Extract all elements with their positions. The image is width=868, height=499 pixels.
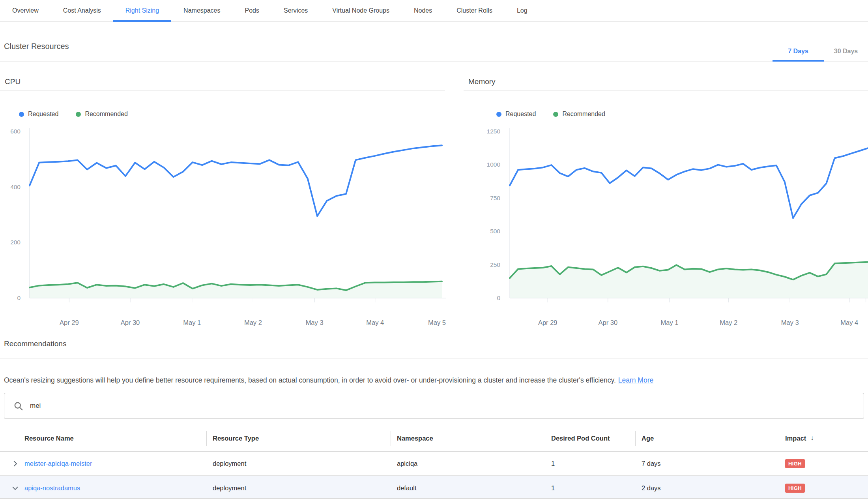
svg-text:1000: 1000 xyxy=(487,161,501,168)
search-icon xyxy=(13,401,24,411)
memory-chart-title: Memory xyxy=(468,77,496,86)
svg-text:0: 0 xyxy=(497,295,500,301)
tab-overview[interactable]: Overview xyxy=(0,0,51,21)
svg-text:0: 0 xyxy=(17,295,21,301)
tab-bar: Overview Cost Analysis Right Sizing Name… xyxy=(0,0,868,22)
memory-legend-recommended[interactable]: Recommended xyxy=(553,111,605,118)
search-input[interactable] xyxy=(29,401,864,410)
resource-search-box xyxy=(4,393,864,419)
chevron-down-icon[interactable] xyxy=(11,484,19,492)
range-7-days-tab[interactable]: 7 Days xyxy=(773,42,824,62)
recommendations-divider xyxy=(0,358,868,359)
svg-text:200: 200 xyxy=(10,239,21,246)
time-range-toggle: 7 Days 30 Days xyxy=(773,42,868,62)
memory-legend-requested[interactable]: Requested xyxy=(496,111,536,118)
svg-text:500: 500 xyxy=(490,228,500,234)
namespace-cell: default xyxy=(391,484,545,492)
memory-line-chart: 025050075010001250Apr 29Apr 30May 1May 2… xyxy=(464,126,868,334)
recommendations-description: Ocean's resizing suggestions will help y… xyxy=(4,376,860,385)
age-cell: 7 days xyxy=(635,460,779,467)
memory-chart-legend: Requested Recommended xyxy=(496,111,605,118)
right-sizing-page: Overview Cost Analysis Right Sizing Name… xyxy=(0,0,868,499)
svg-text:May 1: May 1 xyxy=(183,319,201,326)
svg-text:600: 600 xyxy=(10,128,21,135)
svg-text:May 3: May 3 xyxy=(306,319,324,326)
cpu-legend-recommended[interactable]: Recommended xyxy=(76,111,128,118)
age-cell: 2 days xyxy=(635,484,779,492)
chevron-right-icon[interactable] xyxy=(11,460,19,468)
sort-descending-icon[interactable]: ↓ xyxy=(810,434,814,442)
cpu-line-chart: 0200400600Apr 29Apr 30May 1May 2May 3May… xyxy=(0,126,446,334)
svg-text:400: 400 xyxy=(10,184,21,190)
svg-text:May 3: May 3 xyxy=(781,319,799,326)
recommendations-table: Resource Name Resource Type Namespace De… xyxy=(0,425,868,499)
svg-text:Apr 30: Apr 30 xyxy=(598,319,617,326)
desired-pod-count-cell: 1 xyxy=(545,460,635,467)
svg-text:May 1: May 1 xyxy=(661,319,679,326)
requested-series-dot-icon xyxy=(496,112,501,117)
tab-nodes[interactable]: Nodes xyxy=(402,0,444,21)
resource-name-link[interactable]: apiqa-nostradamus xyxy=(24,484,80,492)
col-header-namespace[interactable]: Namespace xyxy=(391,425,545,451)
svg-text:May 2: May 2 xyxy=(244,319,262,326)
col-header-resource-type[interactable]: Resource Type xyxy=(206,425,391,451)
tab-cluster-rolls[interactable]: Cluster Rolls xyxy=(444,0,505,21)
impact-high-badge: HIGH xyxy=(785,484,805,493)
tab-log[interactable]: Log xyxy=(505,0,540,21)
impact-high-badge: HIGH xyxy=(785,459,805,468)
range-30-days-tab[interactable]: 30 Days xyxy=(824,42,868,62)
recommendations-title: Recommendations xyxy=(4,340,66,348)
recommended-series-dot-icon xyxy=(553,112,558,117)
tab-right-sizing[interactable]: Right Sizing xyxy=(113,0,171,21)
tab-virtual-node-groups[interactable]: Virtual Node Groups xyxy=(320,0,402,21)
desired-pod-count-cell: 1 xyxy=(545,484,635,492)
cluster-resources-header: Cluster Resources 7 Days 30 Days xyxy=(0,21,868,62)
resource-name-link[interactable]: meister-apiciqa-meister xyxy=(24,460,92,467)
resource-type-cell: deployment xyxy=(206,484,391,492)
svg-text:250: 250 xyxy=(490,261,500,268)
col-header-age[interactable]: Age xyxy=(635,425,779,451)
tab-cost-analysis[interactable]: Cost Analysis xyxy=(51,0,113,21)
table-row-expanded[interactable]: apiqa-nostradamus deployment default 1 2… xyxy=(0,476,868,499)
namespace-cell: apiciqa xyxy=(391,460,545,467)
tab-namespaces[interactable]: Namespaces xyxy=(171,0,232,21)
requested-series-dot-icon xyxy=(19,112,24,117)
cpu-legend-requested[interactable]: Requested xyxy=(19,111,58,118)
memory-panel-divider xyxy=(464,90,868,91)
cpu-chart-title: CPU xyxy=(5,77,21,86)
tab-pods[interactable]: Pods xyxy=(232,0,271,21)
col-header-desired-pod-count[interactable]: Desired Pod Count xyxy=(545,425,635,451)
table-header-row: Resource Name Resource Type Namespace De… xyxy=(0,425,868,452)
tab-services[interactable]: Services xyxy=(271,0,320,21)
svg-text:750: 750 xyxy=(490,195,500,201)
cpu-chart-legend: Requested Recommended xyxy=(19,111,128,118)
recommended-series-dot-icon xyxy=(76,112,81,117)
svg-text:Apr 29: Apr 29 xyxy=(60,319,79,326)
col-header-impact[interactable]: Impact↓ xyxy=(779,425,868,451)
svg-text:1250: 1250 xyxy=(487,128,501,135)
page-title: Cluster Resources xyxy=(4,42,69,51)
learn-more-link[interactable]: Learn More xyxy=(618,376,654,384)
svg-text:Apr 29: Apr 29 xyxy=(538,319,557,326)
svg-text:May 2: May 2 xyxy=(720,319,737,326)
resource-type-cell: deployment xyxy=(206,460,391,467)
table-row[interactable]: meister-apiciqa-meister deployment apici… xyxy=(0,452,868,476)
svg-text:May 4: May 4 xyxy=(840,319,858,326)
cpu-panel-divider xyxy=(0,90,445,91)
svg-text:May 5: May 5 xyxy=(428,319,446,326)
svg-text:Apr 30: Apr 30 xyxy=(121,319,140,326)
col-header-resource-name[interactable]: Resource Name xyxy=(0,425,206,451)
svg-text:May 4: May 4 xyxy=(366,319,384,326)
